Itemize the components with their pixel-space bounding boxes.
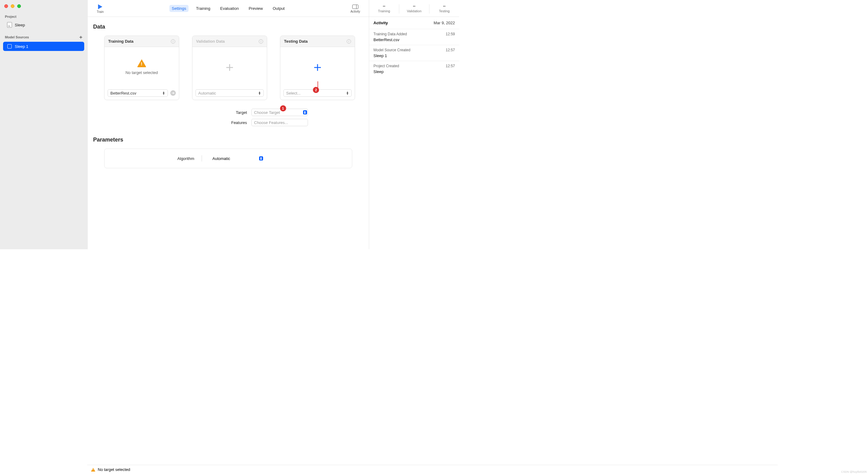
metric-training: -- Training [369,0,399,16]
model-box-icon [7,43,12,49]
play-icon [98,4,102,9]
testing-data-card: Testing Data i ＋ Select... ▲▼ 2 [280,36,355,100]
parameters-card: Algorithm Automatic ▲▼ [104,148,352,168]
features-select[interactable]: Choose Features... [251,119,308,126]
document-ml-icon [7,22,12,28]
algorithm-label: Algorithm [111,156,194,161]
add-model-source-button[interactable]: ＋ [78,34,84,40]
algorithm-value: Automatic [212,156,230,161]
sidebar-panel-icon [352,5,359,9]
annotation-badge-2: 2 [313,87,319,93]
target-select[interactable]: Choose Target ▲▼ 1 [251,109,308,116]
tab-evaluation[interactable]: Evaluation [218,5,241,12]
proceed-arrow-button[interactable]: ➔ [170,90,176,96]
sidebar-item-project-sleep[interactable]: Sleep [3,20,84,30]
content-area: Data Training Data i No target selected … [88,17,369,249]
activity-entry: Model Source Created12:57 Sleep 1 [369,45,459,61]
validation-data-select-value: Automatic [198,91,216,96]
info-icon[interactable]: i [259,39,263,43]
activity-panel: -- Training -- Validation -- Testing Act… [369,0,459,249]
main-area: Train Settings Training Evaluation Previ… [87,0,369,249]
features-label: Features [149,120,247,125]
sidebar: Project Sleep Model Sources ＋ Sleep 1 [0,0,87,249]
training-data-select-value: BetterRest.csv [110,91,136,96]
close-window-icon[interactable] [4,4,8,8]
parameters-heading: Parameters [93,137,363,143]
tab-settings[interactable]: Settings [169,5,189,12]
data-heading: Data [93,24,363,30]
validation-data-card: Validation Data i ＋ Automatic ▲▼ [192,36,267,100]
activity-title: Activity [373,21,388,25]
info-icon[interactable]: i [171,39,175,43]
sidebar-item-label: Sleep 1 [15,44,28,49]
chevron-updown-icon: ▲▼ [346,91,349,95]
warning-icon [137,59,146,67]
sidebar-section-project: Project [0,13,87,20]
tab-output[interactable]: Output [270,5,287,12]
sidebar-section-model-sources: Model Sources [5,35,29,39]
minimize-window-icon[interactable] [11,4,14,8]
annotation-badge-1: 1 [280,105,286,111]
training-data-select[interactable]: BetterRest.csv ▲▼ [107,89,168,97]
train-button-label: Train [97,10,103,13]
train-button[interactable]: Train [93,3,107,13]
metrics-bar: -- Training -- Validation -- Testing [369,0,459,17]
data-cards: Training Data i No target selected Bette… [93,36,363,100]
chevron-updown-icon: ▲▼ [259,156,263,161]
sidebar-item-model-sleep-1[interactable]: Sleep 1 [3,42,84,51]
metric-validation: -- Validation [399,0,429,16]
chevron-updown-icon: ▲▼ [303,110,307,114]
toolbar: Train Settings Training Evaluation Previ… [88,0,369,17]
activity-toggle-label: Activity [350,10,360,13]
activity-date: Mar 9, 2022 [434,21,455,25]
window-controls [0,2,87,13]
target-select-placeholder: Choose Target [254,110,280,115]
chevron-updown-icon: ▲▼ [258,91,261,95]
features-select-placeholder: Choose Features... [254,120,288,125]
chevron-updown-icon: ▲▼ [162,91,165,95]
activity-header: Activity Mar 9, 2022 [369,17,459,29]
activity-entry: Training Data Added12:59 BetterRest.csv [369,29,459,45]
metric-testing: -- Testing [429,0,459,16]
training-data-message: No target selected [125,70,158,75]
testing-data-select-value: Select... [286,91,301,96]
activity-panel-toggle[interactable]: Activity [347,3,363,13]
info-icon[interactable]: i [347,39,351,43]
target-label: Target [149,110,247,115]
add-validation-data-icon[interactable]: ＋ [223,58,236,75]
algorithm-select[interactable]: Automatic ▲▼ [209,155,265,162]
activity-entry: Project Created12:57 Sleep [369,61,459,77]
tab-preview[interactable]: Preview [246,5,265,12]
add-testing-data-icon[interactable]: ＋ [311,58,324,75]
sidebar-item-label: Sleep [15,23,25,27]
main-tabs: Settings Training Evaluation Preview Out… [169,5,287,12]
tab-training[interactable]: Training [194,5,213,12]
training-data-card: Training Data i No target selected Bette… [104,36,179,100]
testing-data-title: Testing Data [284,39,308,43]
training-data-title: Training Data [108,39,133,43]
validation-data-select[interactable]: Automatic ▲▼ [195,89,264,97]
target-features-form: Target Choose Target ▲▼ 1 Features Choos… [93,109,363,126]
fullscreen-window-icon[interactable] [17,4,21,8]
validation-data-title: Validation Data [196,39,225,43]
